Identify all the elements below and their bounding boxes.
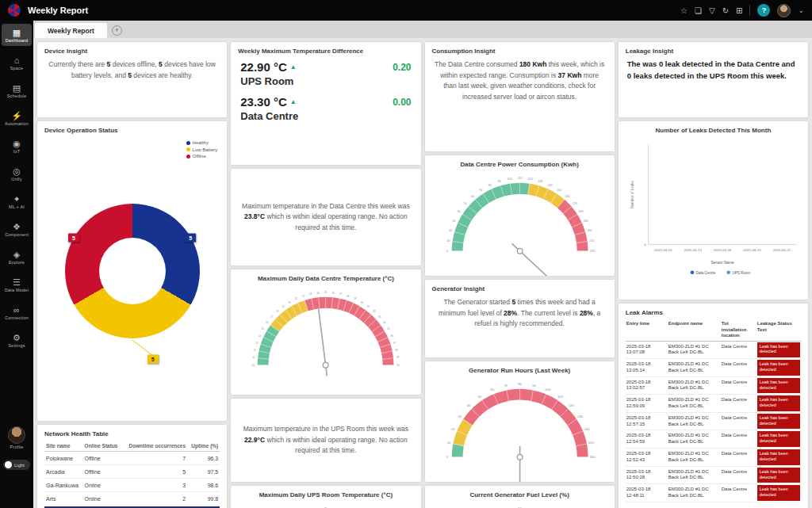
- endpoint-cell: EM300-ZLD #1 DCBack Left DC-BL: [668, 359, 718, 376]
- legend-item[interactable]: Low Battery: [186, 147, 218, 152]
- sidebar-item-unify[interactable]: ◎Unify: [2, 162, 32, 185]
- sidebar-item-profile[interactable]: Profile: [2, 424, 32, 452]
- sidebar-item-space[interactable]: ⌂Space: [2, 52, 32, 74]
- legend-item[interactable]: Healthy: [186, 140, 218, 145]
- column-header[interactable]: Leakage Status Text: [756, 319, 801, 341]
- leak-alarm-row[interactable]: 2025-03-1813:02:57EM300-ZLD #1 DCBack Le…: [626, 377, 801, 395]
- leak-alarm-row[interactable]: 2025-03-1812:52:43EM300-ZLD #1 DCBack Le…: [626, 449, 801, 467]
- card-title: Leakage Insight: [626, 48, 801, 55]
- power-consumption-gauge: 0102030405060708090100110120130140150160…: [432, 171, 607, 264]
- column-header[interactable]: Online Status: [83, 441, 123, 452]
- legend-dot-icon: [186, 141, 190, 145]
- user-avatar[interactable]: [777, 4, 791, 17]
- donut-chart[interactable]: 555: [65, 204, 200, 338]
- legend-dot-icon: [186, 155, 190, 159]
- status-cell: Leak has been detected: [756, 484, 801, 502]
- svg-text:130: 130: [577, 414, 584, 418]
- apps-icon[interactable]: ⊞: [736, 6, 742, 15]
- svg-text:90: 90: [532, 384, 536, 388]
- table-row[interactable]: PolokwaneOffline796.3: [44, 452, 220, 465]
- kpi-delta: 0.00: [393, 97, 411, 108]
- svg-text:2025-04-10: 2025-04-10: [654, 248, 672, 252]
- card-title: Maximum Daily UPS Room Temperature (°C): [238, 491, 413, 498]
- leak-alarm-row[interactable]: 2025-03-1812:50:28EM300-ZLD #1 DCBack Le…: [626, 467, 801, 485]
- leak-alarm-row[interactable]: 2025-03-1812:57:15EM300-ZLD #1 DCBack Le…: [626, 413, 801, 431]
- svg-text:40: 40: [457, 210, 460, 213]
- column-header[interactable]: Entry time: [626, 319, 665, 341]
- sidebar-item-settings[interactable]: ⚙Settings: [2, 329, 32, 351]
- endpoint-cell: EM300-ZLD #1 DCBack Left DC-BL: [668, 413, 718, 430]
- column-header[interactable]: Downtime occurrences: [122, 441, 187, 452]
- table-cell: Arcadia: [44, 465, 83, 479]
- card-temperature-difference: Weekly Maximum Temperature Difference 22…: [231, 42, 420, 165]
- theme-toggle[interactable]: Light: [3, 460, 30, 470]
- tab-weekly-report[interactable]: Weekly Report: [35, 23, 107, 38]
- svg-text:180: 180: [578, 210, 583, 213]
- card-title: Device Insight: [44, 48, 220, 55]
- sidebar-item-explore[interactable]: ◈Explore: [2, 246, 32, 268]
- legend-item[interactable]: Offline: [186, 154, 218, 159]
- comment-icon[interactable]: ❏: [695, 6, 702, 15]
- sidebar-item-label: Connection: [5, 315, 29, 320]
- leak-alarm-row[interactable]: 2025-03-1813:07:08EM300-ZLD #1 DCBack Le…: [626, 342, 801, 360]
- main-area: Weekly Report + Device Insight Currently…: [33, 21, 812, 508]
- legend-label: Healthy: [193, 140, 209, 145]
- leak-alarm-row[interactable]: 2025-03-1812:54:59EM300-ZLD #1 DCBack Le…: [626, 430, 801, 449]
- sidebar-item-iot[interactable]: ◉IoT: [2, 135, 32, 157]
- svg-text:19: 19: [282, 305, 285, 308]
- filter-icon[interactable]: ▽: [709, 6, 715, 15]
- card-title: Number of Leaks Detected This Month: [626, 127, 801, 134]
- ups-temp-note-text: Maximum temperature in the UPS Room this…: [238, 422, 413, 458]
- sidebar-item-data-model[interactable]: ☰Data Model: [2, 273, 32, 296]
- table-row[interactable]: ArcadiaOffline597.5: [44, 465, 220, 479]
- table-cell: Ga-Rankuwa: [44, 479, 83, 492]
- leak-alarm-row[interactable]: 2025-03-1813:05:14EM300-ZLD #1 DCBack Le…: [626, 359, 801, 377]
- svg-text:40: 40: [397, 364, 400, 367]
- kpi-value: 22.90 °C: [240, 60, 287, 74]
- favorite-icon[interactable]: ☆: [680, 6, 688, 15]
- sidebar-item-label: IoT: [13, 149, 21, 154]
- leak-alarm-row[interactable]: 2025-03-1812:59:09EM300-ZLD #1 DCBack Le…: [626, 395, 801, 413]
- table-cell: 98.6: [187, 479, 220, 492]
- sidebar-item-automation[interactable]: ⚡Automation: [2, 107, 32, 129]
- svg-text:10: 10: [446, 239, 450, 243]
- status-cell: Leak has been detected: [756, 449, 801, 466]
- svg-text:60: 60: [470, 195, 473, 198]
- table-cell: Arts: [44, 492, 83, 506]
- leak-alarm-row[interactable]: 2025-03-1812:48:11EM300-ZLD #1 DCBack Le…: [626, 484, 801, 502]
- kpi-label: UPS Room: [240, 75, 411, 87]
- svg-text:38: 38: [396, 349, 399, 352]
- column-header[interactable]: Uptime (%): [187, 441, 220, 452]
- status-badge: Leak has been detected: [757, 449, 800, 465]
- table-row[interactable]: ArtsOnline299.8: [44, 492, 220, 506]
- sidebar-item-dashboard[interactable]: ▦Dashboard: [2, 24, 32, 46]
- table-row[interactable]: Ga-RankuwaOnline398.6: [44, 479, 220, 492]
- svg-text:17: 17: [270, 315, 274, 319]
- column-header[interactable]: Tut installation location: [721, 319, 754, 341]
- sidebar-item-schedule[interactable]: ▤Schedule: [2, 79, 32, 101]
- svg-text:70: 70: [479, 189, 482, 192]
- column-header[interactable]: Endpoint name: [668, 319, 718, 341]
- endpoint-cell: EM300-ZLD #1 DCBack Left DC-BL: [668, 467, 718, 484]
- svg-text:Sensor Name: Sensor Name: [710, 261, 733, 265]
- sidebar-item-component[interactable]: ❖Component: [2, 218, 32, 240]
- sidebar-item-connection[interactable]: ∞Connection: [2, 301, 32, 323]
- help-button[interactable]: ?: [757, 4, 770, 17]
- chevron-down-icon[interactable]: ⌄: [798, 7, 804, 14]
- refresh-icon[interactable]: ↻: [722, 6, 729, 15]
- svg-text:20: 20: [448, 229, 451, 232]
- sidebar-item-ml-ai[interactable]: ✦ML + AI: [2, 190, 32, 212]
- sidebar-nav: ▦Dashboard⌂Space▤Schedule⚡Automation◉IoT…: [0, 24, 33, 351]
- svg-text:15: 15: [262, 327, 265, 330]
- svg-text:25: 25: [324, 291, 327, 294]
- sidebar-item-label: Component: [5, 232, 29, 237]
- svg-text:18: 18: [276, 310, 279, 313]
- column-header[interactable]: Site name: [44, 441, 83, 452]
- endpoint-cell: EM300-ZLD #1 DCBack Left DC-BL: [668, 377, 718, 395]
- add-tab-button[interactable]: +: [112, 25, 122, 36]
- toggle-knob-icon: [5, 461, 12, 468]
- card-device-insight: Device Insight Currently there are 5 dev…: [37, 42, 227, 117]
- unify-icon: ◎: [13, 166, 21, 176]
- table-cell: 3: [122, 479, 187, 492]
- status-cell: Leak has been detected: [756, 413, 801, 430]
